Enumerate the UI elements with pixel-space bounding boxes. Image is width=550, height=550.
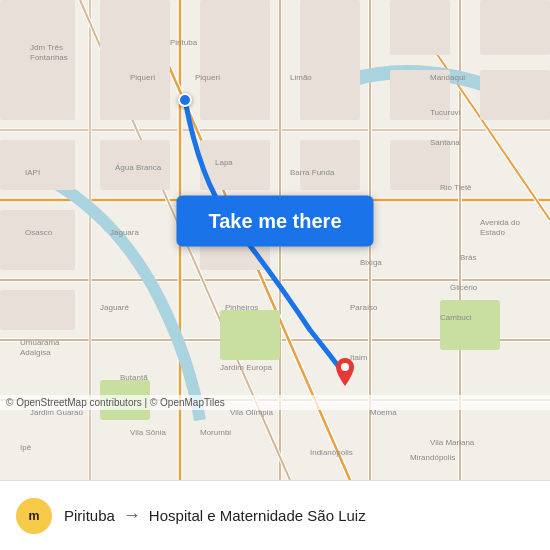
- svg-text:Avenida do: Avenida do: [480, 218, 520, 227]
- take-me-there-button[interactable]: Take me there: [176, 195, 373, 246]
- svg-text:Indianópolis: Indianópolis: [310, 448, 353, 457]
- svg-rect-34: [200, 140, 270, 190]
- svg-point-86: [341, 363, 349, 371]
- svg-text:Cambuci: Cambuci: [440, 313, 472, 322]
- svg-text:Rio Tietê: Rio Tietê: [440, 183, 472, 192]
- svg-text:Santana: Santana: [430, 138, 460, 147]
- svg-text:Piquerl: Piquerl: [130, 73, 155, 82]
- svg-text:Pirituba: Pirituba: [170, 38, 198, 47]
- svg-text:Jardim Europa: Jardim Europa: [220, 363, 273, 372]
- svg-text:Brás: Brás: [460, 253, 476, 262]
- svg-text:IAPI: IAPI: [25, 168, 40, 177]
- origin-label: Pirituba: [64, 507, 115, 524]
- svg-rect-42: [480, 70, 550, 120]
- svg-text:Vila Sônia: Vila Sônia: [130, 428, 166, 437]
- svg-text:Estado: Estado: [480, 228, 505, 237]
- route-info: Pirituba → Hospital e Maternidade São Lu…: [64, 505, 534, 526]
- svg-text:Morumbi: Morumbi: [200, 428, 231, 437]
- svg-text:Paraíso: Paraíso: [350, 303, 378, 312]
- arrow-icon: →: [123, 505, 141, 526]
- svg-text:Ipê: Ipê: [20, 443, 32, 452]
- svg-rect-38: [390, 0, 450, 55]
- destination-label: Hospital e Maternidade São Luiz: [149, 507, 366, 524]
- svg-text:Piqueri: Piqueri: [195, 73, 220, 82]
- svg-text:Barra Funda: Barra Funda: [290, 168, 335, 177]
- svg-text:Vila Mariana: Vila Mariana: [430, 438, 475, 447]
- svg-rect-37: [300, 140, 360, 190]
- moovit-logo: m: [16, 498, 52, 534]
- svg-text:Lapa: Lapa: [215, 158, 233, 167]
- svg-rect-45: [440, 300, 500, 350]
- svg-text:Jaguara: Jaguara: [110, 228, 139, 237]
- svg-text:Mandaqui: Mandaqui: [430, 73, 465, 82]
- svg-rect-36: [300, 0, 360, 120]
- svg-text:Tucuruvi: Tucuruvi: [430, 108, 461, 117]
- svg-rect-30: [0, 290, 75, 330]
- svg-text:Glicério: Glicério: [450, 283, 478, 292]
- map-container: Jdm Três Fontanhas Pirituba IAPI Osasco …: [0, 0, 550, 480]
- svg-text:Fontanhas: Fontanhas: [30, 53, 68, 62]
- svg-text:Umuarama: Umuarama: [20, 338, 60, 347]
- bottom-bar: m Pirituba → Hospital e Maternidade São …: [0, 480, 550, 550]
- svg-text:Butantã: Butantã: [120, 373, 148, 382]
- svg-rect-28: [0, 140, 75, 190]
- svg-rect-41: [480, 0, 550, 55]
- svg-text:Mirandópolis: Mirandópolis: [410, 453, 455, 462]
- map-attribution: © OpenStreetMap contributors | © OpenMap…: [0, 395, 550, 410]
- svg-text:Limão: Limão: [290, 73, 312, 82]
- svg-text:Água Branca: Água Branca: [115, 163, 162, 172]
- svg-text:Jaguaré: Jaguaré: [100, 303, 129, 312]
- origin-pin: [178, 93, 192, 107]
- svg-text:Pinheiros: Pinheiros: [225, 303, 258, 312]
- svg-rect-33: [200, 0, 270, 120]
- svg-text:Osasco: Osasco: [25, 228, 53, 237]
- svg-rect-29: [0, 210, 75, 270]
- svg-text:Bixiga: Bixiga: [360, 258, 382, 267]
- svg-text:m: m: [29, 509, 40, 523]
- svg-rect-31: [100, 0, 170, 120]
- svg-text:Jdm Três: Jdm Três: [30, 43, 63, 52]
- destination-pin: [333, 358, 357, 382]
- svg-text:Adalgisa: Adalgisa: [20, 348, 51, 357]
- svg-rect-43: [220, 310, 280, 360]
